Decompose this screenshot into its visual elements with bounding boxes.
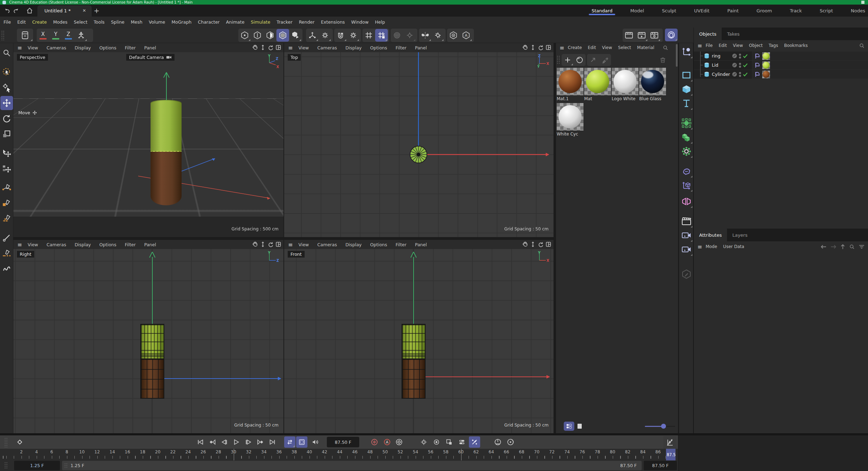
move-tool[interactable] — [0, 96, 13, 110]
stage-clapper-icon[interactable] — [680, 215, 693, 228]
viewport-menu-item[interactable]: Cameras — [317, 242, 337, 247]
axis-x-button[interactable]: X — [37, 29, 49, 42]
viewport-top[interactable]: ≡ ViewCamerasDisplayOptionsFilterPanel — [284, 43, 554, 237]
layout-tab[interactable]: Paint — [727, 6, 739, 16]
materials-search-icon[interactable] — [663, 45, 668, 50]
slider-knob[interactable] — [661, 424, 666, 429]
history-back-icon[interactable] — [821, 244, 826, 249]
viewport-menu-icon[interactable]: ≡ — [288, 44, 293, 51]
menu-item[interactable]: Character — [195, 17, 223, 28]
camera-icon[interactable] — [680, 229, 693, 242]
simulation-settings-gear-icon[interactable] — [319, 29, 331, 42]
render-settings-button[interactable] — [648, 29, 661, 42]
undo-object-button[interactable] — [17, 29, 33, 42]
current-frame-field[interactable]: 87.50 F — [327, 437, 359, 447]
viewport-menu-item[interactable]: Cameras — [317, 45, 337, 50]
axis-modify-tool[interactable] — [0, 162, 13, 176]
target-hexagon-button[interactable] — [447, 29, 460, 42]
attributes-search-icon[interactable] — [849, 244, 855, 249]
camera-label[interactable]: Default Camera — [126, 54, 175, 61]
menu-item[interactable]: Volume — [146, 17, 169, 28]
menu-item[interactable]: Tracker — [274, 17, 296, 28]
attributes-menu-item[interactable]: User Data — [723, 244, 744, 249]
menu-item[interactable]: Edit — [14, 17, 29, 28]
menu-item[interactable]: Animate — [223, 17, 247, 28]
zoom-viewport-icon[interactable] — [260, 44, 266, 50]
edit-pencil-icon[interactable] — [732, 72, 737, 77]
edit-pencil-icon[interactable] — [732, 62, 737, 68]
loop-mode-button[interactable] — [284, 436, 295, 448]
panel-tab[interactable]: Layers — [727, 229, 753, 241]
material-item[interactable]: Logo White — [612, 68, 639, 101]
viewport-menu-item[interactable]: Panel — [415, 242, 427, 247]
snap-magnet-button[interactable] — [334, 29, 347, 42]
symmetry-generator-icon[interactable] — [680, 195, 693, 208]
spline-pen-icon[interactable] — [680, 45, 693, 59]
layout-tab[interactable]: Standard — [591, 6, 613, 16]
current-frame-box[interactable]: 1.25 F — [14, 461, 60, 470]
material-tag-thumb[interactable] — [762, 52, 770, 60]
enabled-check-icon[interactable] — [743, 72, 748, 77]
delete-material-trash-icon[interactable] — [657, 54, 669, 66]
menu-item[interactable]: Tools — [91, 17, 108, 28]
cylinder-body-right-view[interactable] — [141, 359, 164, 398]
viewport-menu-item[interactable]: Filter — [396, 45, 407, 50]
key-pla-button[interactable] — [469, 436, 480, 448]
pan-hand-icon[interactable] — [252, 44, 258, 50]
render-view-button[interactable] — [623, 29, 635, 42]
symmetry-button[interactable] — [419, 29, 432, 42]
rotate-viewport-icon[interactable] — [268, 241, 274, 247]
document-tab[interactable]: Untitled 1 * ✕ — [37, 5, 92, 17]
toolbar-grip[interactable] — [1, 30, 5, 40]
toggle-viewport-icon[interactable] — [275, 44, 281, 50]
pan-hand-icon[interactable] — [522, 44, 528, 50]
visibility-dots[interactable] — [739, 54, 741, 59]
redo-icon[interactable] — [13, 7, 20, 14]
layout-tab[interactable]: UVEdit — [693, 6, 710, 16]
null-axis-icon[interactable] — [680, 179, 693, 192]
menu-item[interactable]: Create — [29, 17, 50, 28]
materials-menu-item[interactable]: Select — [618, 45, 631, 50]
material-icon-view-button[interactable] — [574, 422, 585, 431]
end-frame-box[interactable]: 87.50 F — [644, 461, 677, 470]
pan-hand-icon[interactable] — [252, 241, 258, 247]
viewport-menu-item[interactable]: View — [298, 45, 309, 50]
undo-icon[interactable] — [4, 7, 11, 14]
toggle-viewport-icon[interactable] — [275, 241, 281, 247]
rotate-viewport-icon[interactable] — [538, 44, 544, 50]
keying-settings-button[interactable] — [393, 436, 405, 448]
field-blob-icon[interactable] — [680, 164, 693, 178]
rotate-viewport-icon[interactable] — [538, 241, 544, 247]
viewport-menu-item[interactable]: Options — [99, 45, 116, 50]
panel-tab[interactable]: Objects — [694, 28, 722, 40]
material-thumbnail[interactable] — [557, 103, 583, 131]
sculpt-squiggle-tool[interactable] — [0, 262, 13, 276]
viewport-menu-item[interactable]: Cameras — [47, 242, 66, 247]
axis-y-button[interactable]: Y — [49, 29, 62, 42]
new-tab-button[interactable]: + — [94, 7, 99, 14]
key-scale-button[interactable] — [444, 436, 455, 448]
material-thumbnail[interactable] — [612, 68, 638, 95]
prev-key-button[interactable] — [207, 436, 218, 448]
menu-item[interactable]: MoGraph — [168, 17, 195, 28]
viewport-menu-icon[interactable]: ≡ — [288, 241, 293, 248]
menu-item[interactable]: Simulate — [247, 17, 273, 28]
symmetry-settings-gear-icon[interactable] — [432, 29, 444, 42]
panel-tab[interactable]: Takes — [722, 28, 745, 40]
add-material-button[interactable] — [562, 54, 574, 66]
clipboard-record-button[interactable] — [296, 436, 307, 448]
power-slider[interactable]: 1.25 F 87.50 F — [62, 461, 642, 470]
grid-lock-button[interactable] — [375, 29, 388, 42]
zoom-viewport-icon[interactable] — [260, 241, 266, 247]
scale-tool[interactable] — [0, 127, 13, 141]
enabled-check-icon[interactable] — [743, 54, 748, 58]
viewport-menu-icon[interactable]: ≡ — [17, 241, 22, 248]
play-button[interactable] — [231, 436, 242, 448]
menu-item[interactable]: Window — [348, 17, 372, 28]
viewport-menu-icon[interactable]: ≡ — [17, 44, 22, 51]
material-item[interactable]: White Cyc — [557, 103, 584, 137]
text-tool-icon[interactable] — [680, 97, 693, 110]
timeline-ruler[interactable]: 2468101214161820222426283032343638404244… — [0, 449, 678, 460]
viewport-front[interactable]: ≡ ViewCamerasDisplayOptionsFilterPanel F… — [284, 240, 554, 433]
panel-tab[interactable]: Attributes — [694, 229, 727, 241]
